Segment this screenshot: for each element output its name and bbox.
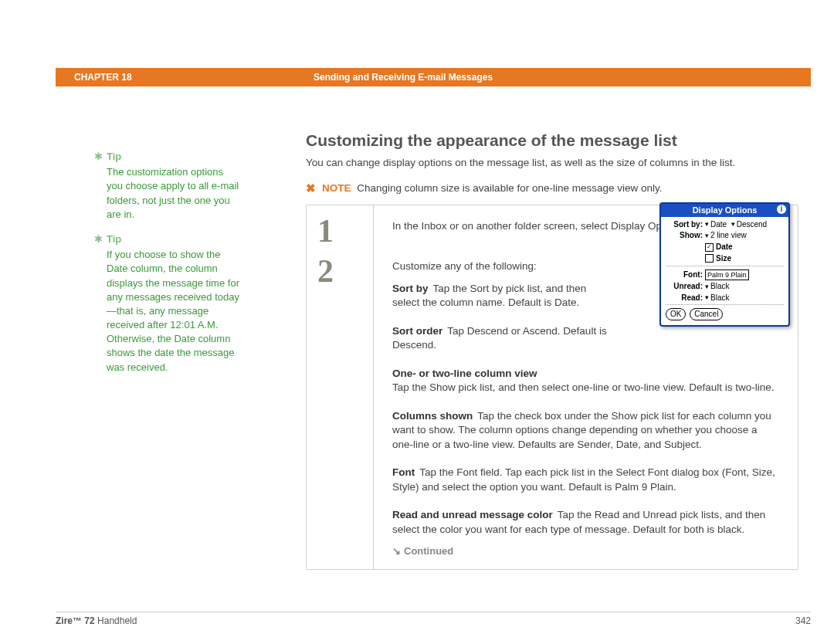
dropdown-icon: ▾ <box>705 293 709 302</box>
dev-read-lbl: Read: <box>666 293 705 303</box>
note-row: ✖ NOTE Changing column size is available… <box>306 182 811 195</box>
tip-star-icon: ✱ <box>93 232 103 246</box>
device-cancel-button: Cancel <box>690 308 723 320</box>
info-icon: i <box>777 205 786 214</box>
note-label: NOTE <box>322 182 351 194</box>
dev-sortby-v2: Descend <box>737 219 767 230</box>
continued-label: ↘Continued <box>392 544 779 558</box>
dropdown-icon: ▾ <box>705 282 709 291</box>
page-number: 342 <box>795 615 811 626</box>
tip-1: ✱Tip The customization options you choos… <box>93 150 239 222</box>
continued-arrow-icon: ↘ <box>392 545 401 557</box>
step-num-1: 1 <box>317 215 373 247</box>
device-ok-button: OK <box>666 308 686 320</box>
sidebar-tips: ✱Tip The customization options you choos… <box>93 150 239 375</box>
main-content: Customizing the appearance of the messag… <box>306 86 811 570</box>
dropdown-icon: ▾ <box>705 219 709 229</box>
sortby-lead: Sort by <box>392 283 429 294</box>
font-text: Tap the Font field. Tap each pick list i… <box>392 466 775 492</box>
dev-read-v: Black <box>710 293 729 303</box>
color-para: Read and unread message colorTap the Rea… <box>392 508 779 537</box>
product-rest: Handheld <box>95 615 137 626</box>
checkbox-icon <box>705 254 714 263</box>
tip-star-icon: ✱ <box>93 150 103 164</box>
dev-unread-v: Black <box>710 281 729 292</box>
dev-show-lbl: Show: <box>666 230 705 241</box>
page-heading: Customizing the appearance of the messag… <box>306 131 811 150</box>
view-lead: One- or two-line column view <box>392 368 537 379</box>
sortorder-lead: Sort order <box>392 325 442 337</box>
dev-font-v: Palm 9 Plain <box>705 269 749 280</box>
dev-unread-lbl: Unread: <box>666 281 705 292</box>
step-num-2: 2 <box>317 255 373 287</box>
tip-label: Tip <box>107 151 121 162</box>
sortorder-para: Sort orderTap Descend or Ascend. Default… <box>392 324 616 353</box>
note-text: Changing column size is available for on… <box>357 182 662 194</box>
font-para: FontTap the Font field. Tap each pick li… <box>392 466 779 494</box>
view-text: Tap the Show pick list, and then select … <box>392 381 775 393</box>
dropdown-icon: ▾ <box>731 219 735 229</box>
device-screenshot: Display Options i Sort by: ▾Date ▾Descen… <box>659 202 790 327</box>
tip-label: Tip <box>107 233 121 245</box>
font-lead: Font <box>392 466 415 478</box>
page-footer: Zire™ 72 Handheld 342 <box>56 612 811 626</box>
tip-2: ✱Tip If you choose to show the Date colu… <box>93 232 239 375</box>
chapter-label: CHAPTER 18 <box>56 72 314 83</box>
tip-body: The customization options you choose app… <box>107 165 239 222</box>
checkbox-icon: ✓ <box>705 243 714 252</box>
continued-text: Continued <box>404 545 453 557</box>
device-title: Display Options i <box>661 204 788 217</box>
dev-font-lbl: Font: <box>666 269 705 280</box>
columnview-para: One- or two-line column view Tap the Sho… <box>392 367 779 395</box>
note-icon: ✖ <box>306 182 316 195</box>
columns-para: Columns shownTap the check box under the… <box>392 409 779 452</box>
dev-chk-date: Date <box>716 242 733 253</box>
sortby-para: Sort byTap the Sort by pick list, and th… <box>392 282 616 310</box>
steps-body: In the Inbox or on another folder screen… <box>374 205 798 569</box>
dropdown-icon: ▾ <box>705 231 709 240</box>
step-numbers: 1 2 <box>307 205 374 569</box>
device-title-text: Display Options <box>693 205 758 215</box>
intro-text: You can change display options on the me… <box>306 156 811 170</box>
product-name: Zire™ 72 Handheld <box>56 615 137 626</box>
steps-box: 1 2 In the Inbox or on another folder sc… <box>306 205 798 570</box>
dev-sortby-lbl: Sort by: <box>666 219 705 230</box>
product-bold: Zire™ 72 <box>56 615 95 626</box>
dev-sortby-v1: Date <box>710 219 727 230</box>
chapter-header: CHAPTER 18 Sending and Receiving E-mail … <box>56 68 811 86</box>
tip-body: If you choose to show the Date column, t… <box>107 248 239 375</box>
color-lead: Read and unread message color <box>392 509 553 520</box>
columns-lead: Columns shown <box>392 410 473 422</box>
dev-chk-size: Size <box>716 253 731 264</box>
dev-show-v: 2 line view <box>710 230 747 241</box>
section-title: Sending and Receiving E-mail Messages <box>314 72 493 83</box>
